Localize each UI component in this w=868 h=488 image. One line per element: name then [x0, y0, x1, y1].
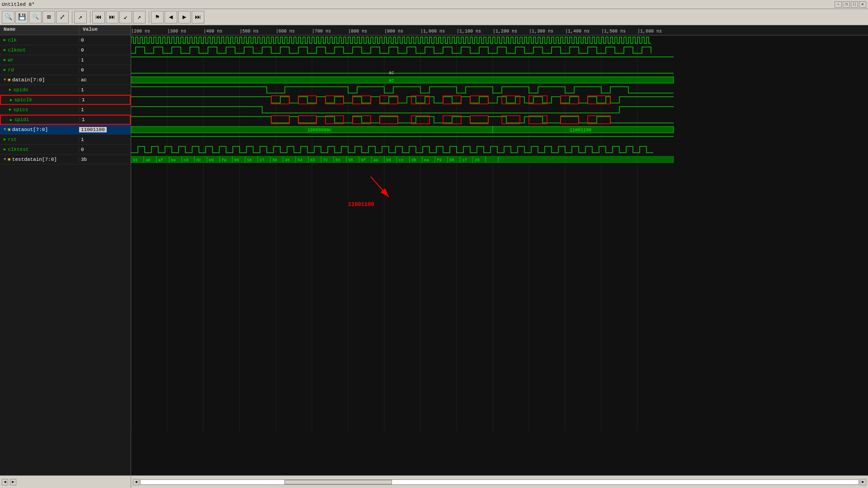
zoom-out-button[interactable]: 🔍 [29, 11, 42, 23]
signal-row-datain[interactable]: ▼ ▣ datain[7:0] ac [0, 75, 131, 85]
svg-text:|1,300 ns: |1,300 ns [529, 29, 553, 34]
signal-value-datain: ac [79, 77, 89, 83]
svg-text:36: 36 [272, 158, 277, 163]
zoom-full-button[interactable]: ⤢ [56, 11, 69, 23]
signal-row-rd[interactable]: ▶ rd 0 [0, 65, 131, 75]
testdatain-waveform: 91 a0 af be cd dc eb fa 09 18 27 36 45 5… [131, 156, 674, 163]
svg-text:be: be [171, 158, 176, 163]
signal-name-spics: ▶ spics [0, 107, 79, 113]
signal-name-datain: ▼ ▣ datain[7:0] [0, 77, 79, 83]
toolbar: 🔍 💾 🔍 ⊞ ⤢ ↗ ⏮ ⏭ ↙ ↗ ⚑ ◀ ▶ ⏭ [0, 9, 868, 25]
marker-button[interactable]: ⚑ [151, 11, 164, 23]
svg-text:|1,500 ns: |1,500 ns [601, 29, 626, 34]
scrollbar-left: ◀ ▶ [0, 476, 131, 488]
signal-row-clktest[interactable]: ▶ clktest 0 [0, 145, 131, 155]
svg-text:|1,600 ns: |1,600 ns [637, 29, 662, 34]
signal-row-clkout[interactable]: ▶ clkout 0 [0, 45, 131, 55]
signal-name-clk: ▶ clk [0, 38, 79, 43]
signal-panel: Name Value ▶ clk 0 ▶ clkout 0 [0, 25, 131, 475]
last-button[interactable]: ⏭ [106, 11, 118, 23]
svg-text:|500 ns: |500 ns [240, 29, 259, 34]
svg-text:|800 ns: |800 ns [348, 29, 367, 34]
signal-value-spidi: 1 [80, 117, 87, 122]
svg-text:81: 81 [335, 158, 340, 163]
svg-text:10000000c: 10000000c [307, 128, 332, 133]
svg-text:91: 91 [133, 158, 138, 163]
titlebar-controls: − ❐ □ ✕ [835, 1, 866, 8]
svg-text:a0: a0 [146, 158, 151, 163]
svg-text:63: 63 [310, 158, 315, 163]
svg-text:|1,400 ns: |1,400 ns [565, 29, 590, 34]
svg-text:18: 18 [247, 158, 252, 163]
minimize-button[interactable]: − [835, 1, 842, 8]
in-button[interactable]: ↙ [119, 11, 132, 23]
svg-text:f9: f9 [437, 158, 442, 163]
svg-text:45: 45 [285, 158, 290, 163]
svg-text:9f: 9f [361, 158, 366, 163]
scroll-right-arrow-2[interactable]: ▶ [860, 479, 866, 485]
signal-value-spido: 1 [79, 87, 86, 93]
maximize-button[interactable]: □ [851, 1, 858, 8]
zoom-fit-button[interactable]: ⊞ [42, 11, 55, 23]
svg-text:|300 ns: |300 ns [167, 29, 186, 34]
signal-row-rst[interactable]: ▶ rst 1 [0, 135, 131, 145]
cursor-button[interactable]: ↗ [74, 11, 87, 23]
datain-waveform: ac [131, 77, 674, 83]
svg-text:09: 09 [234, 158, 239, 163]
signal-value-clktest: 0 [79, 147, 86, 152]
scroll-left-arrow[interactable]: ◀ [2, 479, 8, 485]
restore-button[interactable]: ❐ [843, 1, 850, 8]
signal-name-rd: ▶ rd [0, 67, 79, 73]
scroll-right-arrow[interactable]: ▶ [10, 479, 16, 485]
signal-value-spics: 1 [79, 107, 86, 113]
svg-rect-36 [131, 77, 674, 83]
titlebar: Untitled 8* − ❐ □ ✕ [0, 0, 868, 9]
end-marker-button[interactable]: ⏭ [192, 11, 204, 23]
zoom-in-button[interactable]: 🔍 [2, 11, 14, 23]
signal-name-clktest: ▶ clktest [0, 147, 79, 152]
svg-text:08: 08 [449, 158, 454, 163]
signal-row-spidi[interactable]: ▶ spidi 1 [0, 115, 131, 125]
toolbar-separator-2 [89, 11, 90, 23]
signal-name-spido: ▶ spido [0, 87, 79, 93]
svg-text:|400 ns: |400 ns [203, 29, 222, 34]
first-button[interactable]: ⏮ [92, 11, 105, 23]
waveform-area[interactable]: |200 ns |300 ns |400 ns |500 ns |600 ns … [131, 25, 868, 475]
titlebar-title: Untitled 8* [2, 2, 35, 7]
svg-text:cc: cc [399, 158, 404, 163]
signal-value-rst: 1 [79, 137, 86, 142]
signal-row-spiclk[interactable]: ▶ spiclk 1 [0, 95, 131, 105]
out-button[interactable]: ↗ [133, 11, 146, 23]
prev-marker-button[interactable]: ◀ [165, 11, 177, 23]
svg-text:|1,100 ns: |1,100 ns [457, 29, 481, 34]
svg-text:54: 54 [297, 158, 302, 163]
signal-row-spics[interactable]: ▶ spics 1 [0, 105, 131, 115]
signal-row-testdatain[interactable]: ▼ ▣ testdatain[7:0] 3b [0, 155, 131, 164]
svg-text:11001100: 11001100 [570, 128, 591, 133]
close-button[interactable]: ✕ [859, 1, 866, 8]
svg-text:cd: cd [184, 158, 189, 163]
scrollbar-track[interactable] [140, 479, 859, 485]
ac-annotation: ac [389, 70, 394, 75]
signal-row-spido[interactable]: ▶ spido 1 [0, 85, 131, 95]
signal-name-rst: ▶ rst [0, 137, 79, 142]
main-area: Name Value ▶ clk 0 ▶ clkout 0 [0, 25, 868, 475]
svg-text:17: 17 [462, 158, 467, 163]
signal-value-rd: 0 [79, 67, 86, 73]
signal-value-clkout: 0 [79, 47, 86, 53]
svg-text:dc: dc [196, 158, 201, 163]
svg-text:ea: ea [424, 158, 429, 163]
signal-value-wr: 1 [79, 57, 86, 63]
next-marker-button[interactable]: ▶ [178, 11, 191, 23]
scroll-left-arrow-2[interactable]: ◀ [133, 479, 139, 485]
annotation-label: 11001100 [348, 202, 374, 208]
signal-name-spiclk: ▶ spiclk [1, 97, 80, 103]
toolbar-separator-3 [147, 11, 149, 23]
svg-text:|600 ns: |600 ns [276, 29, 295, 34]
signal-row-clk[interactable]: ▶ clk 0 [0, 35, 131, 45]
scrollbar-thumb[interactable] [284, 480, 392, 484]
signal-row-dataout[interactable]: ▼ ▣ dataout[7:0] 11001100 [0, 125, 131, 135]
signal-value-dataout: 11001100 [79, 127, 107, 132]
signal-row-wr[interactable]: ▶ wr 1 [0, 55, 131, 65]
save-button[interactable]: 💾 [15, 11, 28, 23]
